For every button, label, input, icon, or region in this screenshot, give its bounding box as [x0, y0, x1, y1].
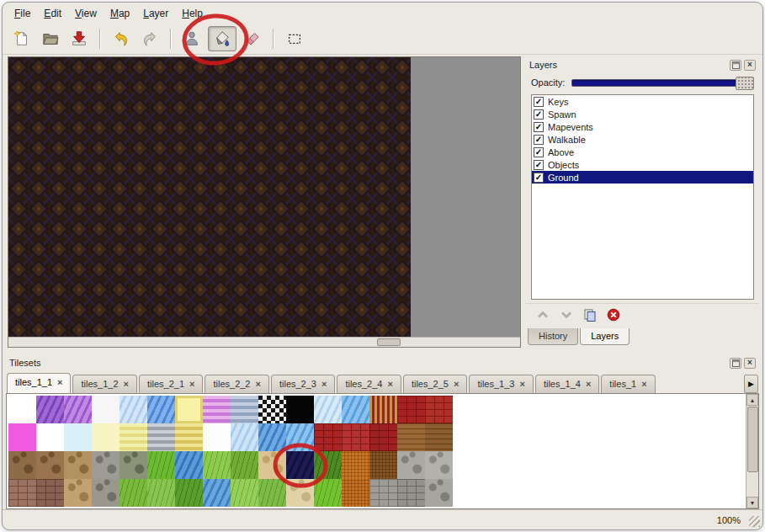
- tile-0-10[interactable]: [286, 396, 314, 423]
- opacity-slider-handle[interactable]: [736, 77, 754, 90]
- tile-3-2[interactable]: [64, 479, 92, 507]
- tile-2-4[interactable]: [120, 451, 147, 479]
- eraser-button[interactable]: [240, 27, 265, 51]
- tileset-tab-tiles_2_3[interactable]: tiles_2_3×: [271, 375, 335, 393]
- tile-1-5[interactable]: [147, 423, 175, 451]
- duplicate-layer-button[interactable]: [583, 308, 597, 324]
- layer-visibility-checkbox[interactable]: ✓: [534, 173, 544, 183]
- close-tab-icon[interactable]: ×: [57, 378, 62, 387]
- tile-0-4[interactable]: [120, 396, 147, 423]
- tile-3-10[interactable]: [286, 479, 314, 507]
- new-button[interactable]: [9, 27, 35, 51]
- panel-tab-history[interactable]: History: [528, 328, 578, 345]
- float-panel-icon[interactable]: [730, 358, 741, 369]
- tile-0-9[interactable]: [258, 396, 286, 423]
- tile-0-1[interactable]: [36, 396, 64, 423]
- open-button[interactable]: [38, 27, 63, 51]
- tile-2-10[interactable]: [286, 451, 314, 479]
- tile-3-7[interactable]: [203, 479, 231, 507]
- menu-item-file[interactable]: File: [8, 6, 37, 21]
- tile-2-11[interactable]: [314, 451, 342, 479]
- close-tab-icon[interactable]: ×: [641, 380, 646, 389]
- tile-0-8[interactable]: [231, 396, 258, 423]
- tile-3-0[interactable]: [8, 479, 36, 507]
- tile-2-15[interactable]: [425, 451, 453, 479]
- scroll-down-icon[interactable]: ▼: [746, 497, 758, 508]
- layer-visibility-checkbox[interactable]: ✓: [534, 135, 544, 145]
- panel-tab-layers[interactable]: Layers: [580, 328, 630, 345]
- vertical-scrollbar-thumb[interactable]: [747, 407, 758, 472]
- close-tab-icon[interactable]: ×: [454, 380, 459, 389]
- undo-button[interactable]: [109, 27, 134, 51]
- menu-item-view[interactable]: View: [68, 6, 104, 21]
- tile-3-4[interactable]: [120, 479, 147, 507]
- horizontal-scrollbar-thumb[interactable]: [377, 338, 401, 346]
- close-panel-icon[interactable]: ×: [744, 60, 756, 71]
- close-tab-icon[interactable]: ×: [586, 380, 591, 389]
- tile-2-5[interactable]: [147, 451, 175, 479]
- tile-2-0[interactable]: [8, 451, 36, 479]
- tile-3-1[interactable]: [36, 479, 64, 507]
- scroll-up-icon[interactable]: ▲: [746, 394, 758, 406]
- layer-visibility-checkbox[interactable]: ✓: [534, 122, 544, 132]
- tile-3-11[interactable]: [314, 479, 342, 507]
- tile-0-5[interactable]: [147, 396, 175, 423]
- tile-0-15[interactable]: [425, 396, 453, 423]
- tab-scroll-right-button[interactable]: ▶: [744, 375, 758, 393]
- tile-3-6[interactable]: [175, 479, 203, 507]
- tile-0-0[interactable]: [8, 396, 36, 423]
- tile-1-9[interactable]: [258, 423, 286, 451]
- tileset-tab-tiles_1_2[interactable]: tiles_1_2×: [72, 375, 136, 393]
- tile-0-11[interactable]: [314, 396, 342, 423]
- tile-2-2[interactable]: [64, 451, 92, 479]
- menu-item-layer[interactable]: Layer: [136, 6, 175, 21]
- close-tab-icon[interactable]: ×: [189, 380, 194, 389]
- tile-1-13[interactable]: [369, 423, 397, 451]
- delete-layer-button[interactable]: [607, 308, 620, 324]
- tile-2-6[interactable]: [175, 451, 203, 479]
- layer-visibility-checkbox[interactable]: ✓: [534, 109, 544, 120]
- tile-3-8[interactable]: [231, 479, 258, 507]
- opacity-slider[interactable]: [571, 79, 754, 87]
- horizontal-scrollbar[interactable]: [8, 337, 520, 347]
- close-tab-icon[interactable]: ×: [124, 380, 129, 389]
- tile-1-10[interactable]: [286, 423, 314, 451]
- tile-1-0[interactable]: [8, 423, 36, 451]
- resize-grip-icon[interactable]: [749, 516, 760, 527]
- tile-0-7[interactable]: [203, 396, 231, 423]
- map-canvas[interactable]: [8, 56, 521, 348]
- tile-2-7[interactable]: [203, 451, 231, 479]
- layer-row-above[interactable]: ✓Above: [532, 146, 753, 158]
- tile-2-14[interactable]: [397, 451, 425, 479]
- tile-2-3[interactable]: [92, 451, 120, 479]
- menu-item-help[interactable]: Help: [175, 6, 210, 21]
- close-tab-icon[interactable]: ×: [519, 380, 524, 389]
- tileset-tab-tiles_2_2[interactable]: tiles_2_2×: [205, 375, 268, 393]
- tile-1-15[interactable]: [425, 423, 453, 451]
- layer-row-walkable[interactable]: ✓Walkable: [532, 133, 753, 146]
- tile-1-3[interactable]: [92, 423, 120, 451]
- layer-row-spawn[interactable]: ✓Spawn: [532, 108, 753, 120]
- tile-0-3[interactable]: [92, 396, 120, 423]
- layer-row-keys[interactable]: ✓Keys: [532, 95, 753, 108]
- tile-3-13[interactable]: [369, 479, 397, 507]
- layer-visibility-checkbox[interactable]: ✓: [534, 97, 544, 107]
- tile-1-14[interactable]: [397, 423, 425, 451]
- tile-0-14[interactable]: [397, 396, 425, 423]
- close-tab-icon[interactable]: ×: [256, 380, 261, 389]
- layer-row-objects[interactable]: ✓Objects: [532, 158, 753, 171]
- tileset-tab-tiles_2_4[interactable]: tiles_2_4×: [337, 375, 401, 393]
- tile-2-12[interactable]: [342, 451, 369, 479]
- tileset-tab-tiles_1_3[interactable]: tiles_1_3×: [469, 375, 533, 393]
- tile-3-9[interactable]: [258, 479, 286, 507]
- fill-button[interactable]: [208, 26, 236, 51]
- close-tab-icon[interactable]: ×: [387, 380, 392, 389]
- tileset-tab-tiles_2_1[interactable]: tiles_2_1×: [139, 375, 203, 393]
- menu-item-edit[interactable]: Edit: [37, 6, 68, 21]
- tile-1-7[interactable]: [203, 423, 231, 451]
- tile-1-8[interactable]: [231, 423, 258, 451]
- select-button[interactable]: [282, 27, 307, 51]
- close-panel-icon[interactable]: ×: [744, 358, 756, 369]
- raise-layer-button[interactable]: [536, 308, 550, 324]
- tile-1-4[interactable]: [120, 423, 147, 451]
